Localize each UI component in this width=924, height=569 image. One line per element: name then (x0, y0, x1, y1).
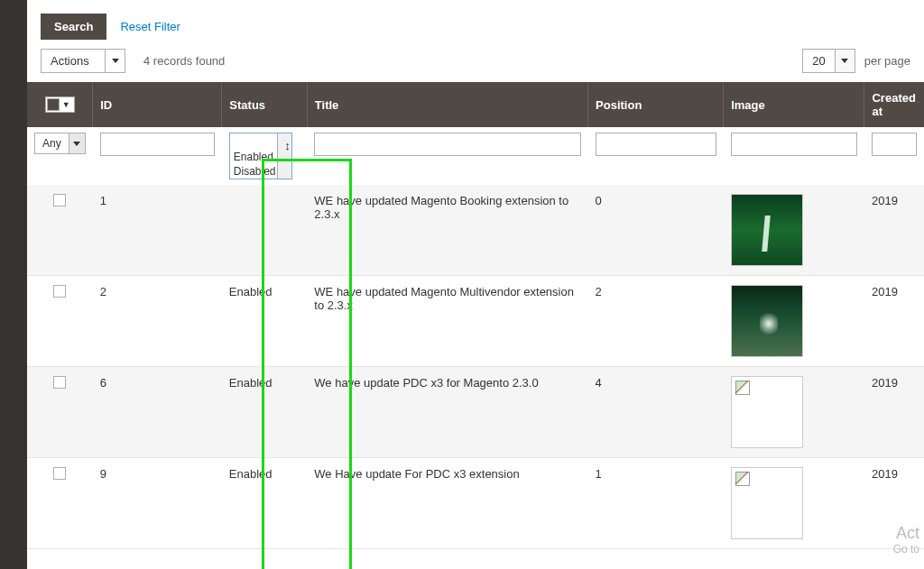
admin-sidebar (0, 0, 27, 569)
table-row: 1 WE have updated Magento Booking extens… (27, 185, 924, 276)
col-header-created[interactable]: Created at (864, 82, 924, 127)
cell-title: WE have updated Magento Multivendor exte… (307, 276, 587, 367)
col-header-title[interactable]: Title (307, 82, 587, 127)
data-grid: ▼ ID Status Title Position Image Created… (27, 82, 924, 549)
cell-id: 2 (93, 276, 222, 367)
row-checkbox[interactable] (53, 467, 66, 480)
col-header-image[interactable]: Image (724, 82, 864, 127)
filter-image-input[interactable] (731, 133, 857, 156)
records-count: 4 records found (143, 54, 225, 68)
filter-title-input[interactable] (314, 133, 580, 156)
cell-title: We have update PDC x3 for Magento 2.3.0 (307, 367, 587, 458)
row-checkbox[interactable] (53, 376, 66, 389)
cell-position: 4 (588, 367, 724, 458)
filter-id-input[interactable] (100, 133, 215, 156)
status-scroll-icon[interactable]: ↕ (277, 133, 291, 179)
cell-title: WE have updated Magento Booking extensio… (307, 185, 587, 276)
row-checkbox[interactable] (53, 194, 66, 206)
cell-image (724, 276, 864, 367)
cell-created: 2019 (864, 276, 924, 367)
actions-label: Actions (42, 50, 105, 72)
col-header-select: ▼ (27, 82, 93, 127)
cell-status (222, 185, 307, 276)
thumbnail-broken-icon (731, 376, 803, 448)
page-size-value: 20 (803, 50, 834, 72)
filter-position-input[interactable] (596, 133, 716, 156)
table-row: 9 Enabled We Have update For PDC x3 exte… (27, 458, 924, 549)
cell-position: 1 (588, 458, 724, 549)
cell-image (724, 367, 864, 458)
col-header-id[interactable]: ID (93, 82, 222, 127)
actions-dropdown[interactable]: Actions (41, 49, 125, 73)
filter-created-input[interactable] (872, 133, 917, 156)
reset-filter-link[interactable]: Reset Filter (120, 20, 180, 33)
thumbnail-image (731, 194, 803, 266)
cell-position: 0 (588, 185, 724, 276)
actions-caret-icon[interactable] (105, 50, 125, 72)
table-row: 2 Enabled WE have updated Magento Multiv… (27, 276, 924, 367)
per-page-label: per page (864, 54, 910, 68)
cell-image (724, 185, 864, 276)
chevron-down-icon[interactable] (69, 133, 85, 153)
thumbnail-image (731, 285, 803, 357)
cell-status: Enabled (222, 367, 307, 458)
cell-created: 2019 (864, 367, 924, 458)
col-header-position[interactable]: Position (588, 82, 724, 127)
cell-position: 2 (588, 276, 724, 367)
page-size-select[interactable]: 20 (802, 49, 855, 73)
activate-windows-hint: Act Go to (893, 524, 924, 555)
cell-status: Enabled (222, 276, 307, 367)
table-row: 6 Enabled We have update PDC x3 for Mage… (27, 367, 924, 458)
thumbnail-broken-icon (731, 467, 803, 539)
select-all-toggle[interactable]: ▼ (45, 96, 75, 113)
cell-id: 6 (93, 367, 222, 458)
filter-any-label: Any (35, 133, 69, 153)
filter-select-any[interactable]: Any (34, 133, 86, 154)
activate-line2: Go to (893, 543, 919, 555)
cell-title: We Have update For PDC x3 extension (307, 458, 587, 549)
search-button[interactable]: Search (41, 14, 106, 40)
cell-id: 1 (93, 185, 222, 276)
cursor-icon: ↕ (284, 139, 291, 152)
row-checkbox[interactable] (53, 285, 66, 298)
cell-id: 9 (93, 458, 222, 549)
cell-created: 2019 (864, 185, 924, 276)
filter-status-dropdown[interactable]: Enabled Disabled ↕ (229, 133, 292, 179)
cell-status: Enabled (222, 458, 307, 549)
col-header-status[interactable]: Status (222, 82, 307, 127)
activate-line1: Act (893, 524, 919, 543)
cell-image (724, 458, 864, 549)
filter-row: Any Enabled Disabled ↕ (27, 127, 924, 185)
page-size-caret-icon[interactable] (835, 50, 855, 72)
